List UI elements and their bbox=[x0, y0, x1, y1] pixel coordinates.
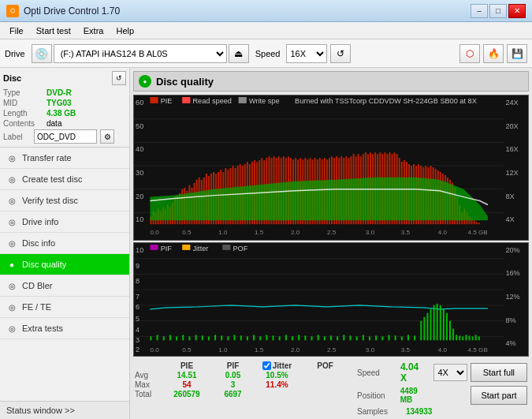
svg-rect-245 bbox=[414, 335, 415, 340]
svg-text:3.5: 3.5 bbox=[401, 346, 411, 354]
svg-rect-207 bbox=[169, 335, 171, 340]
sidebar-item-disc-quality[interactable]: ● Disc quality bbox=[0, 254, 129, 275]
svg-rect-206 bbox=[163, 336, 165, 340]
svg-rect-170 bbox=[239, 97, 247, 103]
jitter-checkbox[interactable] bbox=[262, 361, 271, 370]
sidebar-item-label: Extra tests bbox=[22, 324, 63, 333]
burn-button[interactable]: 🔥 bbox=[483, 44, 504, 63]
chart-top: 60 50 40 30 20 10 24X 20X 16X 12X 8X 4X bbox=[133, 95, 529, 241]
svg-rect-232 bbox=[330, 335, 332, 340]
sidebar-item-drive-info[interactable]: ◎ Drive info bbox=[0, 211, 129, 233]
svg-text:16%: 16% bbox=[505, 270, 519, 278]
svg-text:4X: 4X bbox=[505, 215, 514, 223]
svg-rect-254 bbox=[446, 313, 448, 341]
start-full-button[interactable]: Start full bbox=[471, 363, 527, 382]
sidebar-item-verify-test-disc[interactable]: ◎ Verify test disc bbox=[0, 190, 129, 211]
svg-rect-218 bbox=[240, 335, 242, 340]
erase-button[interactable]: ⬡ bbox=[459, 44, 480, 63]
svg-text:12X: 12X bbox=[505, 169, 518, 177]
svg-rect-250 bbox=[433, 305, 435, 340]
disc-refresh-button[interactable]: ↺ bbox=[112, 71, 126, 85]
sidebar-item-transfer-rate[interactable]: ◎ Transfer rate bbox=[0, 148, 129, 169]
svg-text:2.5: 2.5 bbox=[327, 229, 337, 236]
sidebar-item-fe-te[interactable]: ◎ FE / TE bbox=[0, 297, 129, 318]
svg-rect-252 bbox=[440, 305, 441, 340]
svg-text:1.5: 1.5 bbox=[255, 346, 264, 354]
sidebar-item-extra-tests[interactable]: ◎ Extra tests bbox=[0, 318, 129, 339]
stats-total-jitter bbox=[255, 390, 299, 398]
svg-text:Burned with TSSTcorp CDDVDW SH: Burned with TSSTcorp CDDVDW SH-224GB SB0… bbox=[295, 97, 477, 105]
svg-text:3.0: 3.0 bbox=[366, 346, 375, 354]
sidebar: Disc ↺ Type DVD-R MID TYG03 Length 4.38 … bbox=[0, 68, 130, 419]
svg-rect-241 bbox=[388, 335, 389, 340]
svg-text:3.5: 3.5 bbox=[401, 229, 411, 236]
samples-label: Samples bbox=[357, 407, 403, 416]
svg-text:3.0: 3.0 bbox=[366, 229, 375, 236]
svg-text:0.0: 0.0 bbox=[150, 346, 159, 354]
menu-file[interactable]: File bbox=[3, 24, 30, 37]
menu-start-test[interactable]: Start test bbox=[30, 24, 77, 37]
svg-text:6: 6 bbox=[136, 303, 140, 311]
app-icon: ⬡ bbox=[6, 5, 19, 17]
svg-rect-225 bbox=[285, 335, 287, 340]
svg-rect-255 bbox=[449, 321, 451, 341]
refresh-button[interactable]: ↺ bbox=[330, 44, 351, 63]
svg-rect-231 bbox=[324, 336, 326, 340]
create-test-disc-icon: ◎ bbox=[6, 174, 17, 185]
stats-row-avg-label: Avg bbox=[135, 371, 162, 380]
sidebar-item-label: Create test disc bbox=[22, 174, 82, 184]
stats-max-jitter: 11.4% bbox=[255, 380, 299, 389]
stats-header-empty bbox=[135, 361, 162, 370]
svg-rect-249 bbox=[430, 309, 432, 340]
minimize-button[interactable]: – bbox=[471, 4, 488, 18]
menu-extra[interactable]: Extra bbox=[77, 24, 110, 37]
drive-select[interactable]: (F:) ATAPI iHAS124 B AL0S bbox=[54, 44, 227, 63]
svg-text:3: 3 bbox=[136, 336, 140, 344]
svg-rect-242 bbox=[395, 335, 396, 340]
eject-button[interactable]: ⏏ bbox=[229, 44, 249, 63]
svg-rect-247 bbox=[423, 317, 425, 341]
svg-text:2.5: 2.5 bbox=[327, 346, 337, 354]
svg-rect-163 bbox=[476, 222, 478, 224]
status-window-button[interactable]: Status window >> bbox=[0, 401, 129, 419]
svg-text:Write spe: Write spe bbox=[249, 97, 280, 105]
disc-label-input[interactable] bbox=[34, 129, 97, 144]
maximize-button[interactable]: □ bbox=[489, 4, 507, 18]
svg-rect-248 bbox=[426, 313, 428, 341]
svg-text:8%: 8% bbox=[505, 316, 515, 324]
disc-quality-panel: ● Disc quality bbox=[130, 68, 532, 419]
svg-text:1.0: 1.0 bbox=[218, 346, 228, 354]
svg-rect-227 bbox=[298, 335, 299, 340]
status-window-label: Status window >> bbox=[6, 406, 75, 415]
svg-rect-244 bbox=[407, 335, 409, 340]
svg-text:4.0: 4.0 bbox=[438, 229, 448, 236]
stats-max-pof bbox=[299, 380, 351, 389]
disc-section-title: Disc bbox=[3, 73, 21, 83]
position-label: Position bbox=[357, 391, 397, 400]
sidebar-item-label: Disc quality bbox=[22, 260, 66, 269]
start-part-button[interactable]: Start part bbox=[471, 386, 527, 405]
sidebar-item-disc-info[interactable]: ◎ Disc info bbox=[0, 233, 129, 254]
sidebar-item-cd-bler[interactable]: ◎ CD Bler bbox=[0, 275, 129, 297]
stats-max-pie: 54 bbox=[163, 380, 210, 389]
svg-text:4.5 GB: 4.5 GB bbox=[467, 346, 487, 354]
svg-rect-261 bbox=[468, 335, 470, 340]
sidebar-item-create-test-disc[interactable]: ◎ Create test disc bbox=[0, 169, 129, 190]
disc-header: Disc ↺ bbox=[3, 71, 126, 85]
svg-rect-253 bbox=[443, 309, 445, 340]
disc-label-settings-button[interactable]: ⚙ bbox=[100, 129, 114, 144]
stats-col-pie: PIE bbox=[163, 361, 210, 370]
save-button[interactable]: 💾 bbox=[507, 44, 527, 63]
panel-title: Disc quality bbox=[156, 76, 214, 88]
speed-select-panel[interactable]: 4X8X16X bbox=[433, 364, 467, 381]
menu-help[interactable]: Help bbox=[110, 24, 140, 37]
stats-col-jitter: Jitter bbox=[273, 361, 292, 370]
speed-stat-value: 4.04 X bbox=[400, 361, 424, 383]
svg-rect-164 bbox=[478, 223, 480, 224]
svg-text:50: 50 bbox=[136, 122, 143, 130]
svg-rect-226 bbox=[292, 336, 293, 340]
close-button[interactable]: ✕ bbox=[508, 4, 526, 18]
svg-rect-257 bbox=[456, 335, 457, 340]
speed-select[interactable]: 16X bbox=[286, 44, 327, 63]
svg-rect-229 bbox=[311, 336, 312, 340]
